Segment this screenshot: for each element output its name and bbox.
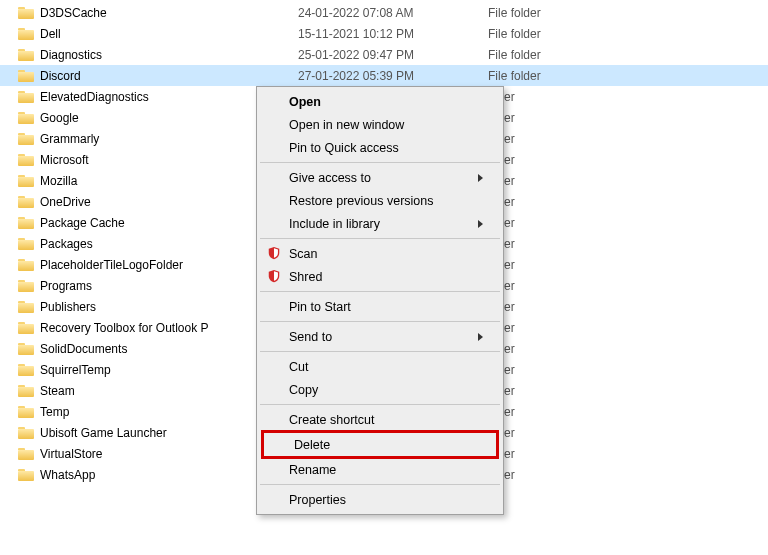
menu-separator [260, 404, 500, 405]
menu-open-new-window[interactable]: Open in new window [259, 113, 501, 136]
menu-include-library[interactable]: Include in library [259, 212, 501, 235]
file-date: 24-01-2022 07:08 AM [298, 6, 488, 20]
file-type: File folder [488, 27, 608, 41]
file-type: older [488, 279, 608, 293]
folder-icon [18, 90, 34, 103]
menu-send-to[interactable]: Send to [259, 325, 501, 348]
folder-icon [18, 48, 34, 61]
menu-create-shortcut[interactable]: Create shortcut [259, 408, 501, 431]
menu-pin-quick-access[interactable]: Pin to Quick access [259, 136, 501, 159]
file-type: File folder [488, 69, 608, 83]
menu-copy[interactable]: Copy [259, 378, 501, 401]
file-date: 25-01-2022 09:47 PM [298, 48, 488, 62]
file-type: older [488, 363, 608, 377]
file-type: older [488, 321, 608, 335]
menu-cut[interactable]: Cut [259, 355, 501, 378]
file-type: older [488, 237, 608, 251]
menu-open[interactable]: Open [259, 90, 501, 113]
file-name: Discord [40, 69, 298, 83]
shield-scan-icon [267, 246, 281, 260]
folder-icon [18, 468, 34, 481]
folder-icon [18, 237, 34, 250]
file-row[interactable]: Dell15-11-2021 10:12 PMFile folder [0, 23, 768, 44]
menu-properties[interactable]: Properties [259, 488, 501, 511]
folder-icon [18, 258, 34, 271]
menu-scan[interactable]: Scan [259, 242, 501, 265]
folder-icon [18, 384, 34, 397]
shield-shred-icon [267, 269, 281, 283]
folder-icon [18, 216, 34, 229]
file-date: 27-01-2022 05:39 PM [298, 69, 488, 83]
folder-icon [18, 174, 34, 187]
file-type: older [488, 384, 608, 398]
file-name: Dell [40, 27, 298, 41]
menu-separator [260, 162, 500, 163]
menu-give-access-to[interactable]: Give access to [259, 166, 501, 189]
menu-pin-start[interactable]: Pin to Start [259, 295, 501, 318]
file-type: older [488, 195, 608, 209]
file-type: older [488, 216, 608, 230]
folder-icon [18, 321, 34, 334]
menu-separator [260, 321, 500, 322]
menu-separator [260, 238, 500, 239]
folder-icon [18, 132, 34, 145]
file-type: older [488, 447, 608, 461]
file-row[interactable]: Discord27-01-2022 05:39 PMFile folder [0, 65, 768, 86]
file-date: 15-11-2021 10:12 PM [298, 27, 488, 41]
menu-separator [260, 291, 500, 292]
folder-icon [18, 27, 34, 40]
folder-icon [18, 69, 34, 82]
menu-separator [260, 351, 500, 352]
menu-rename[interactable]: Rename [259, 458, 501, 481]
file-type: older [488, 300, 608, 314]
folder-icon [18, 363, 34, 376]
file-type: older [488, 174, 608, 188]
menu-restore-previous[interactable]: Restore previous versions [259, 189, 501, 212]
menu-separator [260, 484, 500, 485]
context-menu: Open Open in new window Pin to Quick acc… [256, 86, 504, 515]
file-row[interactable]: D3DSCache24-01-2022 07:08 AMFile folder [0, 2, 768, 23]
folder-icon [18, 153, 34, 166]
folder-icon [18, 300, 34, 313]
file-type: File folder [488, 48, 608, 62]
delete-highlight: Delete [261, 430, 499, 459]
file-name: Diagnostics [40, 48, 298, 62]
file-type: older [488, 258, 608, 272]
chevron-right-icon [478, 220, 483, 228]
folder-icon [18, 6, 34, 19]
file-type: older [488, 342, 608, 356]
folder-icon [18, 342, 34, 355]
folder-icon [18, 279, 34, 292]
folder-icon [18, 195, 34, 208]
file-type: older [488, 153, 608, 167]
chevron-right-icon [478, 333, 483, 341]
file-type: older [488, 405, 608, 419]
file-type: older [488, 426, 608, 440]
file-type: older [488, 90, 608, 104]
file-type: older [488, 468, 608, 482]
folder-icon [18, 405, 34, 418]
folder-icon [18, 111, 34, 124]
folder-icon [18, 447, 34, 460]
folder-icon [18, 426, 34, 439]
file-type: File folder [488, 6, 608, 20]
file-type: older [488, 111, 608, 125]
file-row[interactable]: Diagnostics25-01-2022 09:47 PMFile folde… [0, 44, 768, 65]
file-type: older [488, 132, 608, 146]
menu-shred[interactable]: Shred [259, 265, 501, 288]
menu-delete[interactable]: Delete [264, 433, 496, 456]
chevron-right-icon [478, 174, 483, 182]
file-name: D3DSCache [40, 6, 298, 20]
